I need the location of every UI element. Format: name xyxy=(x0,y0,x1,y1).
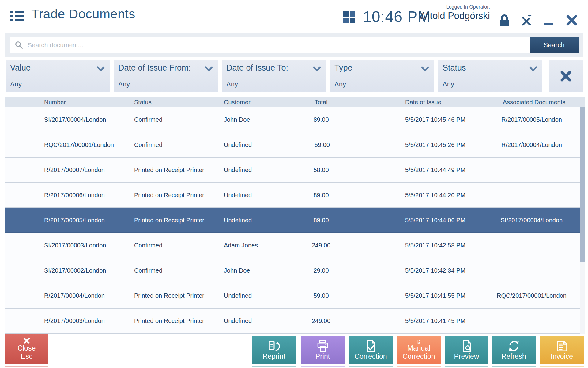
filter-label: Type xyxy=(334,63,352,73)
preview-label: Preview xyxy=(454,352,479,361)
cell-customer: Undefined xyxy=(224,317,300,324)
tools-icon[interactable] xyxy=(520,14,533,28)
refresh-label: Refresh xyxy=(501,352,526,361)
filter-date-from[interactable]: Date of Issue From: Any xyxy=(114,60,218,92)
cell-status: Printed on Receipt Printer xyxy=(134,167,224,174)
cell-date: 5/5/2017 10:44:06 PM xyxy=(405,217,483,224)
filter-value[interactable]: Value Any xyxy=(6,60,110,92)
title-bar: Trade Documents 10:46 PM Logged In Opera… xyxy=(0,0,588,33)
document-list: SI/2017/00004/London Confirmed John Doe … xyxy=(5,107,580,334)
table-row-selected[interactable]: R/2017/00005/London Printed on Receipt P… xyxy=(5,208,580,233)
cell-status: Printed on Receipt Printer xyxy=(134,317,224,324)
correction-button[interactable]: Correction xyxy=(349,336,393,364)
cell-customer: John Doe xyxy=(224,267,300,274)
chevron-down-icon xyxy=(529,66,537,73)
operator-label: Logged In Operator: xyxy=(413,4,490,10)
table-row[interactable]: R/2017/00006/London Printed on Receipt P… xyxy=(5,183,580,208)
lock-icon[interactable] xyxy=(499,13,510,28)
cell-date: 5/5/2017 10:41:55 PM xyxy=(405,292,483,299)
refresh-button[interactable]: Refresh xyxy=(492,336,536,364)
table-row[interactable]: R/2017/00004/London Printed on Receipt P… xyxy=(5,283,580,309)
filter-value-text: Any xyxy=(226,80,238,88)
filter-value-text: Any xyxy=(10,80,22,88)
table-row[interactable]: R/2017/00007/London Printed on Receipt P… xyxy=(5,158,580,183)
cell-customer: Undefined xyxy=(224,141,300,148)
cell-total: 249.00 xyxy=(300,242,342,249)
logged-in-operator: Logged In Operator: Witold Podgórski xyxy=(413,4,490,21)
manual-correction-button[interactable]: Manual Correction xyxy=(397,336,441,364)
reprint-label: Reprint xyxy=(262,352,285,361)
cell-customer: Undefined xyxy=(224,167,300,174)
clear-filters-button[interactable] xyxy=(549,60,583,92)
cell-associated: RQC/2017/00001/London xyxy=(483,292,580,299)
column-header-customer[interactable]: Customer xyxy=(224,99,300,106)
preview-button[interactable]: Preview xyxy=(445,336,488,364)
table-row[interactable]: R/2017/00003/London Printed on Receipt P… xyxy=(5,309,580,334)
vertical-scrollbar[interactable] xyxy=(580,107,585,334)
table-header: Number Status Customer Total Date of Iss… xyxy=(5,97,585,107)
print-label: Print xyxy=(315,352,330,361)
search-input[interactable] xyxy=(23,37,530,53)
cell-customer: Undefined xyxy=(224,192,300,199)
invoice-button[interactable]: Invoice xyxy=(540,336,584,364)
close-window-icon[interactable] xyxy=(566,15,577,27)
column-header-status[interactable]: Status xyxy=(134,99,224,106)
column-header-date[interactable]: Date of Issue xyxy=(405,99,483,106)
table-row[interactable]: SI/2017/00002/London Confirmed John Doe … xyxy=(5,258,580,283)
search-field-wrapper xyxy=(10,37,530,53)
print-button[interactable]: Print xyxy=(301,336,345,364)
cell-status: Printed on Receipt Printer xyxy=(134,292,224,299)
column-header-number[interactable]: Number xyxy=(44,99,134,106)
cell-date: 5/5/2017 10:42:58 PM xyxy=(405,242,483,249)
cell-status: Printed on Receipt Printer xyxy=(134,217,224,224)
chevron-down-icon xyxy=(205,66,213,73)
filter-label: Date of Issue To: xyxy=(226,63,288,73)
search-button[interactable]: Search xyxy=(530,37,579,53)
cell-number: R/2017/00003/London xyxy=(44,317,134,324)
cell-associated: R/2017/00004/London xyxy=(483,141,580,148)
close-icon xyxy=(560,70,572,82)
cell-number: SI/2017/00002/London xyxy=(44,267,134,274)
filter-value-text: Any xyxy=(118,80,130,88)
filter-label: Date of Issue From: xyxy=(118,63,191,73)
cell-number: R/2017/00007/London xyxy=(44,167,134,174)
cell-customer: Adam Jones xyxy=(224,242,300,249)
cell-number: R/2017/00005/London xyxy=(44,217,134,224)
reprint-button[interactable]: Reprint xyxy=(252,336,296,364)
cell-date: 5/5/2017 10:45:46 PM xyxy=(405,116,483,123)
cell-date: 5/5/2017 10:41:45 PM xyxy=(405,317,483,324)
menu-icon[interactable] xyxy=(10,10,24,23)
invoice-icon xyxy=(554,340,570,352)
table-row[interactable]: RQC/2017/00001/London Confirmed Undefine… xyxy=(5,132,580,158)
chevron-down-icon xyxy=(97,66,105,73)
column-header-associated[interactable]: Associated Documents xyxy=(483,99,585,106)
filter-label: Value xyxy=(10,63,31,73)
cell-total: 89.00 xyxy=(300,192,342,199)
cell-status: Printed on Receipt Printer xyxy=(134,192,224,199)
reprint-icon xyxy=(266,340,282,352)
cell-date: 5/5/2017 10:42:34 PM xyxy=(405,267,483,274)
cell-number: SI/2017/00003/London xyxy=(44,242,134,249)
filter-date-to[interactable]: Date of Issue To: Any xyxy=(222,60,326,92)
scrollbar-thumb[interactable] xyxy=(580,107,585,262)
document-preview-icon xyxy=(459,340,474,352)
minimize-icon[interactable] xyxy=(543,16,554,28)
close-button[interactable]: Close Esc xyxy=(5,334,48,364)
tiles-icon[interactable] xyxy=(343,11,355,23)
cell-number: RQC/2017/00001/London xyxy=(44,141,134,148)
operator-name: Witold Podgórski xyxy=(413,10,490,21)
column-header-total[interactable]: Total xyxy=(300,99,342,106)
cell-total: 58.00 xyxy=(300,167,342,174)
manual-correction-label: Manual Correction xyxy=(398,344,439,361)
invoice-label: Invoice xyxy=(551,352,573,361)
cell-customer: John Doe xyxy=(224,116,300,123)
table-row[interactable]: SI/2017/00004/London Confirmed John Doe … xyxy=(5,107,580,132)
table-row[interactable]: SI/2017/00003/London Confirmed Adam Jone… xyxy=(5,233,580,258)
cell-date: 5/5/2017 10:44:49 PM xyxy=(405,167,483,174)
cell-date: 5/5/2017 10:44:20 PM xyxy=(405,192,483,199)
filter-type[interactable]: Type Any xyxy=(330,60,434,92)
close-icon xyxy=(20,337,33,344)
filter-status[interactable]: Status Any xyxy=(438,60,542,92)
cell-date: 5/5/2017 10:45:26 PM xyxy=(405,141,483,148)
close-label: Close xyxy=(18,344,36,352)
